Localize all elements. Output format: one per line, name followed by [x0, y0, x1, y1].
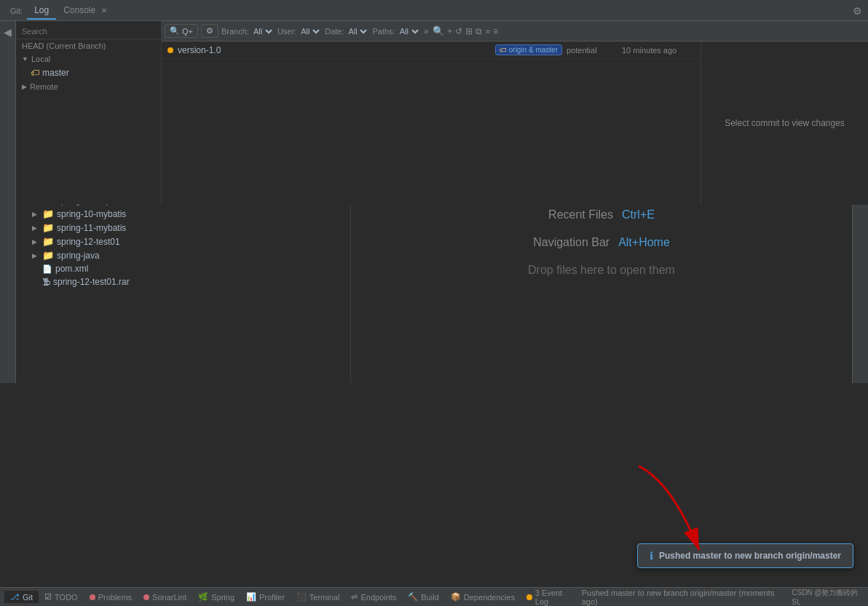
branch-filter-select[interactable]: All: [250, 26, 275, 36]
tree-spring10[interactable]: ▶ 📁 spring-10-mybatis: [16, 207, 350, 221]
git-log-search-btn[interactable]: 🔍 Q+: [165, 24, 198, 38]
tree-archive[interactable]: ▶ 🗜 spring-12-test01.rar: [16, 275, 350, 288]
git-local-section[interactable]: ▼ Local: [16, 52, 161, 66]
git-panel-settings-icon[interactable]: ⚙: [853, 5, 862, 17]
paths-filter-select[interactable]: All: [397, 26, 421, 36]
notification-info-icon: ℹ: [650, 550, 653, 562]
git-log-add-icon[interactable]: +: [447, 26, 452, 36]
git-branches-search[interactable]: [16, 24, 161, 39]
status-bar: ⎇ Git ☑ TODO Problems SonarLint 🌿 Spring…: [0, 587, 868, 606]
user-filter-label: User: All: [277, 26, 322, 36]
notification-text: Pushed master to new branch origin/maste…: [659, 551, 841, 561]
bottom-terminal-tab[interactable]: ⬛ Terminal: [291, 591, 346, 603]
git-panel-header: Git: Log Console ✕ ⚙: [0, 1, 868, 21]
select-commit-placeholder: Select commit to view changes: [710, 103, 859, 143]
problems-dot: [90, 594, 95, 600]
bottom-sonarlint-tab[interactable]: SonarLint: [138, 591, 192, 603]
bottom-spring-tab[interactable]: 🌿 Spring: [192, 591, 240, 603]
git-panel-body: ◀ HEAD (Current Branch) ▼ Local 🏷 master…: [0, 21, 868, 205]
date-filter-label: Date: All: [325, 26, 369, 36]
git-log-grid-icon[interactable]: ⊞: [465, 26, 473, 36]
filter-more-icon[interactable]: »: [424, 26, 429, 36]
commit-row-0[interactable]: version-1.0 🏷 origin & master potential …: [162, 42, 701, 59]
bottom-todo-tab[interactable]: ☑ TODO: [39, 591, 84, 603]
bottom-eventlog-tab[interactable]: 3 Event Log: [521, 587, 581, 607]
sonar-dot: [143, 594, 149, 600]
commit-branches-0: 🏷 origin & master: [495, 44, 562, 55]
eventlog-dot: [526, 594, 532, 600]
git-log-undo-icon[interactable]: ↺: [455, 26, 462, 36]
commit-message-0: version-1.0: [178, 45, 491, 55]
tree-spring11[interactable]: ▶ 📁 spring-11-mybatis: [16, 221, 350, 235]
user-filter-select[interactable]: All: [298, 26, 322, 36]
nav-bar-hint: Navigation Bar Alt+Home: [533, 236, 670, 249]
bottom-problems-tab[interactable]: Problems: [84, 591, 138, 603]
bottom-deps-tab[interactable]: 📦 Dependencies: [445, 591, 521, 603]
git-head-section[interactable]: HEAD (Current Branch): [16, 39, 161, 52]
recent-files-hint: Recent Files Ctrl+E: [548, 208, 655, 221]
git-console-tab[interactable]: Console ✕: [56, 2, 114, 20]
git-collapse-btn[interactable]: ◀: [1, 24, 14, 40]
commit-author-0: potential: [567, 46, 618, 55]
git-changes-panel: Select commit to view changes: [701, 42, 868, 205]
git-log-tab[interactable]: Log: [27, 2, 56, 20]
drop-hint: Drop files here to open them: [528, 264, 675, 277]
commit-time-0: 10 minutes ago: [622, 46, 695, 55]
git-log-settings-btn[interactable]: ⚙: [201, 24, 218, 38]
git-git-label: Git:: [6, 5, 27, 17]
bottom-build-tab[interactable]: 🔨 Build: [402, 591, 444, 603]
git-log: version-1.0 🏷 origin & master potential …: [162, 42, 868, 205]
commit-dot-0: [167, 47, 173, 53]
git-log-more-icon[interactable]: »: [485, 26, 490, 36]
branch-filter-label: Branch: All: [221, 26, 275, 36]
tree-spring-java[interactable]: ▶ 📁 spring-java: [16, 248, 350, 262]
origin-master-badge: 🏷 origin & master: [495, 44, 562, 55]
git-remote-section[interactable]: ▶ Remote: [16, 80, 161, 93]
bottom-endpoints-tab[interactable]: ⇌ Endpoints: [345, 591, 402, 603]
git-log-toolbar: 🔍 Q+ ⚙ Branch: All User: All: [162, 21, 868, 42]
tree-pom-xml[interactable]: ▶ 📄 pom.xml: [16, 262, 350, 275]
git-content: 🔍 Q+ ⚙ Branch: All User: All: [162, 21, 868, 205]
git-panel: Git: Log Console ✕ ⚙ ◀ HEAD (Current Bra…: [0, 0, 868, 204]
status-message: Pushed master to new branch origin/maste…: [582, 589, 784, 606]
git-log-list-icon[interactable]: ≡: [493, 26, 498, 36]
git-log-list: version-1.0 🏷 origin & master potential …: [162, 42, 701, 205]
watermark-text: CSDN @努力搬砖的SL: [792, 588, 864, 606]
tree-spring12[interactable]: ▶ 📁 spring-12-test01: [16, 235, 350, 248]
git-log-filter-icon[interactable]: ⧉: [476, 26, 482, 36]
git-branches: HEAD (Current Branch) ▼ Local 🏷 master ▶…: [16, 21, 162, 205]
date-filter-select[interactable]: All: [345, 26, 369, 36]
origin-tag-icon: 🏷: [500, 46, 507, 54]
bottom-git-tab[interactable]: ⎇ Git: [4, 591, 39, 603]
git-log-search-icon[interactable]: 🔍: [433, 25, 444, 36]
bottom-profiler-tab[interactable]: 📊 Profiler: [240, 591, 291, 603]
notification-banner: ℹ Pushed master to new branch origin/mas…: [637, 543, 853, 568]
branch-master[interactable]: 🏷 master: [16, 66, 161, 80]
git-left-tabs: ◀: [0, 21, 16, 205]
paths-filter-label: Paths: All: [372, 26, 420, 36]
console-close-icon[interactable]: ✕: [101, 7, 107, 15]
